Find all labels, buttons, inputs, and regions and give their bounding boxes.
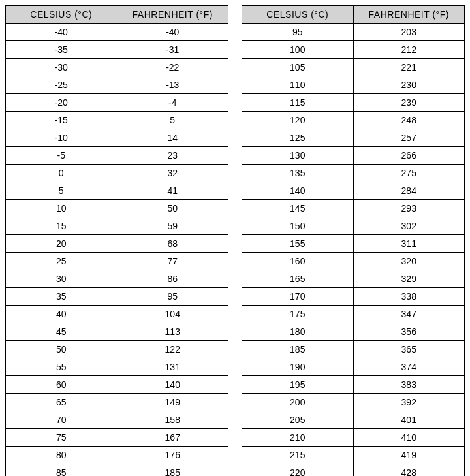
- cell-fahrenheit: 104: [117, 306, 228, 323]
- cell-celsius: 115: [242, 94, 354, 112]
- cell-fahrenheit: 329: [353, 270, 465, 288]
- cell-fahrenheit: 176: [117, 447, 228, 464]
- cell-celsius: -15: [6, 112, 118, 129]
- cell-celsius: 55: [6, 358, 118, 376]
- cell-celsius: 10: [6, 200, 118, 217]
- table-row: 50122: [6, 341, 228, 358]
- header-celsius: CELSIUS (°C): [6, 6, 118, 24]
- cell-fahrenheit: 32: [117, 165, 228, 182]
- table-row: 160320: [242, 253, 465, 270]
- table-row: -25-13: [6, 76, 228, 94]
- cell-celsius: 145: [242, 200, 354, 217]
- table-row: 190374: [242, 358, 465, 376]
- cell-fahrenheit: 383: [353, 376, 465, 394]
- cell-celsius: 50: [6, 341, 118, 358]
- cell-celsius: 150: [242, 217, 354, 235]
- cell-celsius: -35: [6, 41, 118, 59]
- cell-celsius: 80: [6, 447, 118, 464]
- table-row: -30-22: [6, 59, 228, 76]
- cell-fahrenheit: 113: [117, 323, 228, 341]
- table-row: 40104: [6, 306, 228, 323]
- cell-celsius: 170: [242, 288, 354, 306]
- table-row: 125257: [242, 129, 465, 147]
- cell-fahrenheit: 5: [117, 112, 228, 129]
- table-row: 210410: [242, 429, 465, 447]
- cell-celsius: -30: [6, 59, 118, 76]
- cell-fahrenheit: 131: [117, 358, 228, 376]
- cell-celsius: 40: [6, 306, 118, 323]
- table-row: 541: [6, 182, 228, 200]
- cell-fahrenheit: -4: [117, 94, 228, 112]
- header-celsius: CELSIUS (°C): [242, 6, 354, 24]
- cell-celsius: 155: [242, 235, 354, 253]
- table-row: 1559: [6, 217, 228, 235]
- conversion-table-right: CELSIUS (°C) FAHRENHEIT (°F) 95203100212…: [242, 5, 465, 476]
- cell-celsius: 120: [242, 112, 354, 129]
- table-row: 60140: [6, 376, 228, 394]
- cell-celsius: 110: [242, 76, 354, 94]
- cell-celsius: 125: [242, 129, 354, 147]
- table-row: 75167: [6, 429, 228, 447]
- cell-fahrenheit: 248: [353, 112, 465, 129]
- cell-fahrenheit: 428: [353, 464, 465, 477]
- tables-wrap: CELSIUS (°C) FAHRENHEIT (°F) -40-40-35-3…: [5, 5, 465, 476]
- table-row: 120248: [242, 112, 465, 129]
- table-row: 70158: [6, 411, 228, 429]
- table-row: 205401: [242, 411, 465, 429]
- cell-fahrenheit: 239: [353, 94, 465, 112]
- cell-fahrenheit: 356: [353, 323, 465, 341]
- cell-fahrenheit: 230: [353, 76, 465, 94]
- table-row: 165329: [242, 270, 465, 288]
- cell-fahrenheit: 122: [117, 341, 228, 358]
- cell-fahrenheit: -40: [117, 24, 228, 41]
- cell-fahrenheit: -31: [117, 41, 228, 59]
- cell-fahrenheit: 41: [117, 182, 228, 200]
- cell-fahrenheit: 221: [353, 59, 465, 76]
- cell-fahrenheit: 275: [353, 165, 465, 182]
- table-header-row: CELSIUS (°C) FAHRENHEIT (°F): [242, 6, 465, 24]
- conversion-table-left: CELSIUS (°C) FAHRENHEIT (°F) -40-40-35-3…: [5, 5, 228, 476]
- cell-celsius: 220: [242, 464, 354, 477]
- cell-celsius: -10: [6, 129, 118, 147]
- cell-celsius: 95: [242, 24, 354, 41]
- cell-fahrenheit: 140: [117, 376, 228, 394]
- cell-celsius: 205: [242, 411, 354, 429]
- table-row: 105221: [242, 59, 465, 76]
- cell-celsius: 100: [242, 41, 354, 59]
- cell-celsius: -25: [6, 76, 118, 94]
- header-fahrenheit: FAHRENHEIT (°F): [353, 6, 465, 24]
- cell-fahrenheit: 392: [353, 394, 465, 411]
- table-row: 170338: [242, 288, 465, 306]
- cell-fahrenheit: 167: [117, 429, 228, 447]
- cell-celsius: 0: [6, 165, 118, 182]
- cell-celsius: 135: [242, 165, 354, 182]
- cell-celsius: 160: [242, 253, 354, 270]
- cell-celsius: 195: [242, 376, 354, 394]
- cell-fahrenheit: 365: [353, 341, 465, 358]
- cell-celsius: 180: [242, 323, 354, 341]
- table-row: -20-4: [6, 94, 228, 112]
- cell-celsius: 65: [6, 394, 118, 411]
- cell-celsius: 35: [6, 288, 118, 306]
- cell-fahrenheit: 50: [117, 200, 228, 217]
- table-row: 155311: [242, 235, 465, 253]
- cell-celsius: 130: [242, 147, 354, 165]
- cell-fahrenheit: 86: [117, 270, 228, 288]
- table-row: 215419: [242, 447, 465, 464]
- cell-fahrenheit: 302: [353, 217, 465, 235]
- table-row: 135275: [242, 165, 465, 182]
- table-row: 032: [6, 165, 228, 182]
- cell-fahrenheit: 419: [353, 447, 465, 464]
- cell-celsius: 140: [242, 182, 354, 200]
- cell-fahrenheit: -22: [117, 59, 228, 76]
- cell-fahrenheit: 203: [353, 24, 465, 41]
- cell-celsius: 215: [242, 447, 354, 464]
- table-row: 195383: [242, 376, 465, 394]
- cell-celsius: 5: [6, 182, 118, 200]
- cell-celsius: 45: [6, 323, 118, 341]
- table-row: 2577: [6, 253, 228, 270]
- cell-celsius: 75: [6, 429, 118, 447]
- cell-celsius: -20: [6, 94, 118, 112]
- cell-celsius: -5: [6, 147, 118, 165]
- table-row: 95203: [242, 24, 465, 41]
